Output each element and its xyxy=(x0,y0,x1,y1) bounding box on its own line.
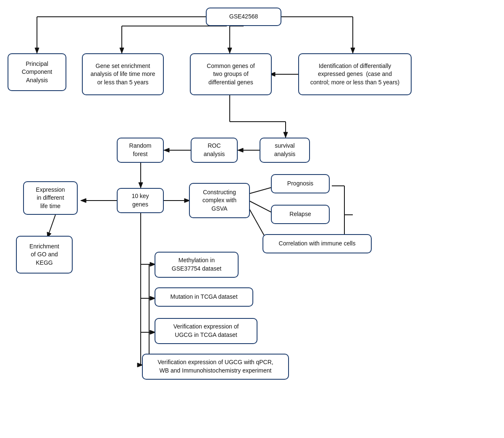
svg-marker-5 xyxy=(120,48,124,53)
svg-marker-17 xyxy=(284,132,288,138)
verify-ugcg2-node: Verification expression of UGCG with qPC… xyxy=(142,354,289,380)
survival-node: survivalanalysis xyxy=(260,138,310,163)
enrichgo-node: Enrichmentof GO andKEGG xyxy=(16,236,73,274)
svg-marker-11 xyxy=(351,48,355,53)
svg-marker-19 xyxy=(238,148,243,152)
svg-marker-25 xyxy=(81,198,86,203)
ideg-node: Identification of differentiallyexpresse… xyxy=(298,53,412,95)
mutation-node: Mutation in TCGA dataset xyxy=(155,287,253,307)
gsva-node: Constructingcomplex withGSVA xyxy=(189,183,250,218)
rf-node: Randomforest xyxy=(117,138,164,163)
svg-marker-2 xyxy=(35,48,39,53)
key-genes-node: 10 keygenes xyxy=(117,188,164,213)
relapse-node: Relapse xyxy=(271,205,330,224)
gsea-node: Gene set enrichmentanalysis of life time… xyxy=(82,53,164,95)
expr-node: Expressionin differentlife time xyxy=(23,181,78,215)
svg-marker-8 xyxy=(228,48,232,53)
common-node: Common genes oftwo groups ofdifferential… xyxy=(190,53,272,95)
svg-line-38 xyxy=(47,215,55,237)
svg-marker-23 xyxy=(139,182,143,188)
svg-marker-21 xyxy=(164,148,169,152)
pca-node: PrincipalComponentAnalysis xyxy=(8,53,66,91)
verify-ugcg-node: Verification expression ofUGCG in TCGA d… xyxy=(155,318,257,344)
methylation-node: Methylation inGSE37754 dataset xyxy=(155,252,239,278)
roc-node: ROCanalysis xyxy=(191,138,238,163)
flowchart-diagram: GSE42568 PrincipalComponentAnalysis Gene… xyxy=(0,0,504,438)
gse-node: GSE42568 xyxy=(206,8,281,26)
prognosis-node: Prognosis xyxy=(271,174,330,193)
immune-node: Correlation with immune cells xyxy=(262,234,372,253)
